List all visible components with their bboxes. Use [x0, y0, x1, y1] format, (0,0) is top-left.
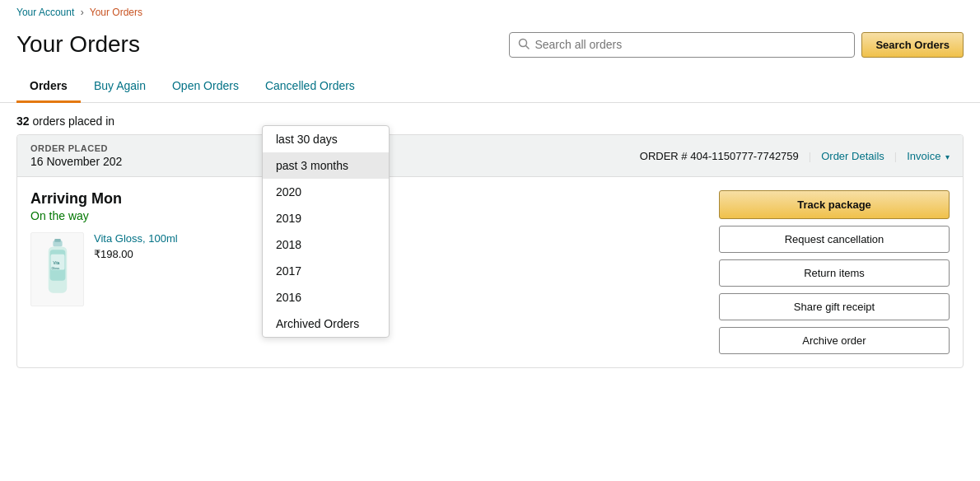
tab-buy-again[interactable]: Buy Again: [81, 71, 159, 103]
order-header-right: ORDER # 404-1150777-7742759 | Order Deta…: [640, 150, 950, 162]
orders-section: ORDER PLACED 16 November 202 ORDER # 404…: [0, 134, 980, 368]
tab-cancelled-orders[interactable]: Cancelled Orders: [252, 71, 368, 103]
dropdown-item-2017[interactable]: 2017: [263, 258, 389, 284]
dropdown-item-2019[interactable]: 2019: [263, 205, 389, 231]
order-actions: Track package Request cancellation Retur…: [719, 190, 950, 354]
dropdown-item-last30[interactable]: last 30 days: [263, 126, 389, 152]
placed-in-label: placed in: [68, 114, 114, 128]
dropdown-item-2020[interactable]: 2020: [263, 179, 389, 205]
invoice-link[interactable]: Invoice ▾: [907, 150, 950, 162]
order-details-link[interactable]: Order Details: [821, 150, 884, 162]
product-image: Vita Gloss: [30, 232, 84, 306]
track-package-button[interactable]: Track package: [719, 190, 950, 219]
breadcrumb-account-link[interactable]: Your Account: [16, 7, 74, 18]
order-placed-meta: ORDER PLACED 16 November 202: [30, 143, 122, 168]
product-name-link[interactable]: Vita Gloss, 100ml: [94, 232, 178, 245]
product-bottle-svg: Vita Gloss: [41, 239, 74, 301]
order-card: ORDER PLACED 16 November 202 ORDER # 404…: [16, 134, 964, 368]
tab-open-orders[interactable]: Open Orders: [159, 71, 252, 103]
header-divider: |: [809, 150, 811, 162]
search-orders-button[interactable]: Search Orders: [861, 32, 964, 58]
archive-order-button[interactable]: Archive order: [719, 327, 950, 354]
order-header: ORDER PLACED 16 November 202 ORDER # 404…: [17, 135, 963, 177]
breadcrumb-current: Your Orders: [90, 7, 142, 18]
order-placed-date: 16 November 202: [30, 155, 122, 168]
search-area: Search Orders: [509, 32, 964, 58]
search-input[interactable]: [534, 38, 846, 51]
tab-orders[interactable]: Orders: [16, 71, 81, 103]
page-header: Your Orders Search Orders: [0, 25, 980, 71]
svg-text:Vita: Vita: [53, 260, 59, 264]
dropdown-item-past3months[interactable]: past 3 months: [263, 152, 389, 179]
dropdown-item-archived[interactable]: Archived Orders: [263, 311, 389, 337]
share-gift-receipt-button[interactable]: Share gift receipt: [719, 293, 950, 320]
tabs-bar: Orders Buy Again Open Orders Cancelled O…: [0, 71, 980, 103]
svg-line-1: [526, 45, 530, 49]
request-cancellation-button[interactable]: Request cancellation: [719, 226, 950, 253]
search-icon: [518, 38, 530, 52]
invoice-chevron-icon: ▾: [945, 152, 950, 161]
order-header-left: ORDER PLACED 16 November 202: [30, 143, 122, 168]
order-body: Arriving Mon On the way Vita Gloss: [17, 177, 963, 367]
breadcrumb-separator: ›: [81, 7, 84, 18]
dropdown-menu: last 30 days past 3 months 2020 2019 201…: [262, 125, 390, 338]
order-number-label: ORDER # 404-1150777-7742759: [640, 150, 799, 162]
header-divider2: |: [894, 150, 897, 162]
orders-label: orders: [32, 114, 65, 128]
svg-text:Gloss: Gloss: [51, 266, 59, 269]
dropdown-item-2018[interactable]: 2018: [263, 231, 389, 258]
product-info: Vita Gloss, 100ml ₹198.00: [94, 232, 178, 260]
dropdown-item-2016[interactable]: 2016: [263, 284, 389, 311]
search-box: [509, 32, 855, 58]
order-count: 32: [16, 114, 30, 128]
breadcrumb: Your Account › Your Orders: [0, 0, 980, 25]
page-title: Your Orders: [16, 31, 140, 58]
return-items-button[interactable]: Return items: [719, 259, 950, 287]
product-price: ₹198.00: [94, 248, 178, 260]
order-placed-label: ORDER PLACED: [30, 143, 122, 153]
svg-rect-3: [54, 239, 61, 242]
filter-bar: 32 orders placed in last 30 days past 3 …: [0, 103, 980, 134]
